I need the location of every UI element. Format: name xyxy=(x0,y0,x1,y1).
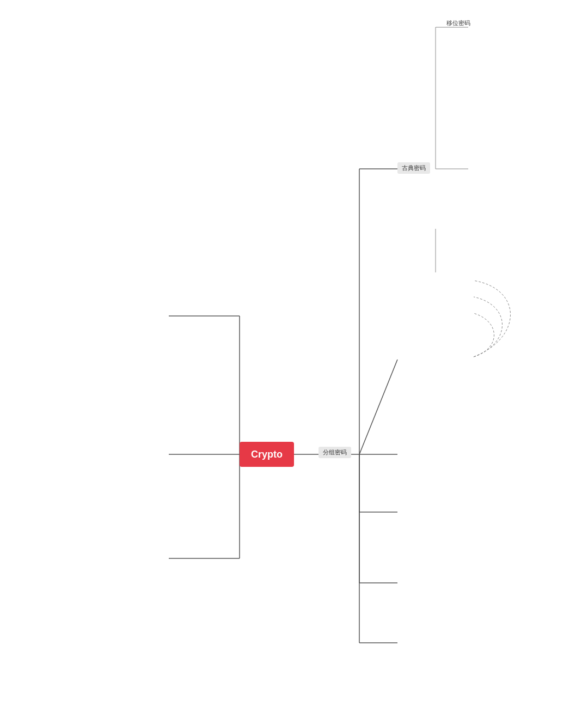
node-shift-cipher: 移位密码 xyxy=(446,19,470,27)
svg-line-8 xyxy=(359,360,397,454)
node-classical: 古典密码 xyxy=(397,162,430,174)
mind-map: Crypto 分组密码 古典密码 移位密码 简单移位 内置识别 爆破解码 区块密… xyxy=(0,0,588,718)
connection-lines xyxy=(0,0,588,718)
center-node: Crypto xyxy=(240,442,294,467)
node-encryption: 分组密码 xyxy=(318,447,351,458)
